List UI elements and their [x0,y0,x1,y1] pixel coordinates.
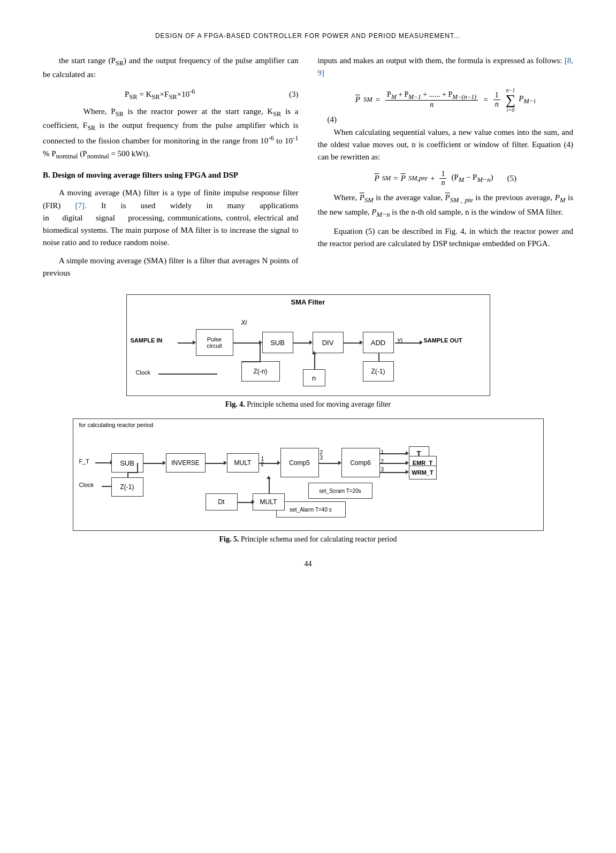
fig4-caption: Fig. 4. Principle schema used for moving… [225,400,391,409]
inverse-box: INVERSE [166,453,206,473]
two-column-layout: the start range (PSR) and the output fre… [43,55,573,285]
para-sma-filter: A simple moving average (SMA) filter is … [43,255,299,280]
n-box: n [303,369,325,386]
sample-in-label: SAMPLE IN [131,337,163,344]
sample-out-label: SAMPLE OUT [424,337,462,344]
page-number: 44 [43,560,573,568]
dt-box: Dt [206,493,238,511]
right-column: inputs and makes an output with them, th… [318,55,574,285]
div-box: DIV [313,332,344,353]
sub-box-fig4: SUB [262,332,293,353]
wrm-t-box: WRM_T [409,466,437,479]
para-inputs: inputs and makes an output with them, th… [318,55,574,80]
section-heading-b: B. Design of moving average filters usin… [43,169,299,181]
z-neg-n-box: Z(-n) [241,361,280,382]
left-column: the start range (PSR) and the output fre… [43,55,299,285]
equation-5: PSM = PSM,pre + 1 n (PM − PM−n) (5) [318,170,574,187]
fig5-container: for calculating reactor period F_T Clock… [43,418,573,544]
equation-3: PSR = KSR×FSR×10-6 (3) [43,88,299,101]
comp6-box: Comp6 [341,448,380,477]
clock-label-fig4: Clock [136,369,151,376]
page-header: DESIGN OF A FPGA-BASED CONTROLLER FOR PO… [43,32,573,40]
add-box: ADD [363,332,394,353]
clock-label-fig5: Clock [79,482,94,488]
ft-label: F_T [79,458,90,464]
para-ma-filter: A moving average (MA) filter is a type o… [43,187,299,249]
z-neg-1-box-fig4: Z(-1) [363,361,394,382]
page: DESIGN OF A FPGA-BASED CONTROLLER FOR PO… [0,0,616,853]
para-sequential: When calculating sequential values, a ne… [318,126,574,164]
set-scram-box: set_Scram T=20s [308,483,372,499]
fig5-diagram: for calculating reactor period F_T Clock… [73,418,544,531]
mult1-box: MULT [227,453,259,473]
fig5-caption: Fig. 5. Principle schema used for calcul… [219,535,397,544]
fig4-title: SMA Filter [126,298,490,306]
comp5-box: Comp5 [280,448,319,477]
sub-box-fig5: SUB [111,453,143,473]
xi-label: Xi [241,319,247,326]
para-where-psm: Where, PSM is the average value, PSM , p… [318,192,574,220]
header-title: DESIGN OF A FPGA-BASED CONTROLLER FOR PO… [155,32,461,40]
para-where-psr: Where, PSR is the reactor power at the s… [43,105,299,162]
fig4-container: SMA Filter SAMPLE IN Pulsecircuit Clock … [43,294,573,409]
z-neg-1-fig5: Z(-1) [111,477,143,497]
mult2-box: MULT [253,493,285,511]
fig5-title: for calculating reactor period [79,422,154,428]
equation-4-label: (4) [328,115,574,124]
fig4-diagram: SMA Filter SAMPLE IN Pulsecircuit Clock … [126,294,490,396]
set-alarm-box: set_Alarm T=40 s [276,501,346,517]
pulse-circuit-box: Pulsecircuit [196,329,233,356]
para-eq5-fig4: Equation (5) can be described in Fig. 4,… [318,225,574,250]
para-start-range: the start range (PSR) and the output fre… [43,55,299,81]
equation-4-formula: PSM = PM + PM−1 + ...... + PM−(n−1) n = … [355,87,536,113]
